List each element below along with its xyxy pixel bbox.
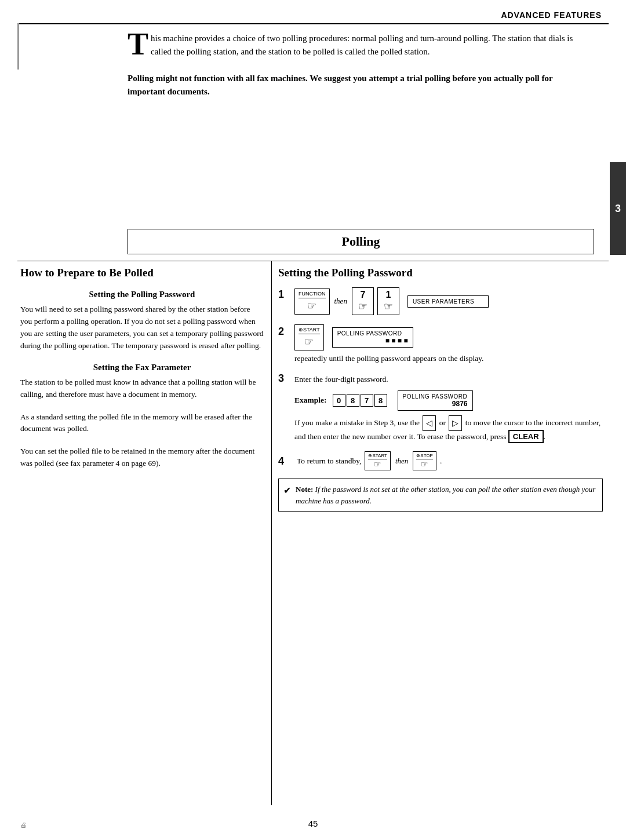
- display-user-params: USER PARAMETERS: [407, 295, 489, 308]
- note-text: Note: If the password is not set at the …: [296, 484, 598, 506]
- vertical-divider: [271, 261, 272, 805]
- step-4-num: 4: [278, 455, 291, 468]
- left-column: How to Prepare to Be Polled Setting the …: [20, 266, 264, 805]
- right-arrow-button[interactable]: ▷: [449, 415, 462, 432]
- key-1-finger: ☞: [384, 300, 393, 313]
- step-3-num: 3: [278, 372, 291, 385]
- display-polling-password-2: POLLING PASSWORD 9876: [398, 390, 473, 411]
- clear-button[interactable]: CLEAR: [508, 430, 544, 443]
- intro-text: T his machine provides a choice of two p…: [128, 32, 591, 59]
- right-heading: Setting the Polling Password: [278, 266, 603, 279]
- correction-text1: If you make a mistake in Step 3, use the: [294, 418, 420, 426]
- side-tab-number: 3: [615, 203, 621, 215]
- right-column: Setting the Polling Password 1 FUNCTION …: [278, 266, 603, 805]
- page-container: ADVANCED FEATURES 3 T his machine provid…: [0, 0, 626, 840]
- key-7-button[interactable]: 7 ☞: [352, 287, 374, 315]
- function-button-label: FUNCTION: [299, 291, 326, 298]
- display-polling-dots: ■ ■ ■ ■: [337, 337, 408, 345]
- note-body: If the password is not set at the other …: [296, 485, 595, 505]
- step-1-buttons: FUNCTION ☞ then 7 ☞ 1 ☞ USER PARAMETERS: [294, 287, 603, 315]
- step-2-row: 2 ⊕START ☞ POLLING PASSWORD ■ ■ ■ ■ repe…: [278, 324, 603, 364]
- start-button-step4-finger: ☞: [374, 459, 381, 469]
- display-polling-password: POLLING PASSWORD ■ ■ ■ ■: [332, 327, 413, 348]
- page-number: 45: [308, 819, 318, 828]
- step-4-row: 4 To return to standby, ⊕START ☞ then ⊗S…: [278, 451, 603, 470]
- page-header: ADVANCED FEATURES: [501, 10, 602, 20]
- correction-or: or: [439, 418, 446, 426]
- step-1-content: FUNCTION ☞ then 7 ☞ 1 ☞ USER PARAMETERS: [294, 287, 603, 317]
- deco-icon: 🖨: [20, 821, 27, 828]
- start-button-step2[interactable]: ⊕START ☞: [294, 324, 324, 350]
- step4-then: then: [395, 456, 408, 466]
- polling-banner: Polling: [128, 229, 594, 254]
- correction-period: .: [544, 432, 545, 441]
- intro-text-body: his machine provides a choice of two pol…: [151, 34, 573, 56]
- key-7-finger: ☞: [358, 300, 367, 313]
- side-tab: 3: [610, 162, 626, 255]
- step-3-row: 3 Enter the four-digit password. Example…: [278, 371, 603, 443]
- left-decoration: [17, 23, 19, 70]
- key-1-label: 1: [385, 290, 391, 300]
- digit-boxes: 0 8 7 8: [333, 394, 387, 407]
- step-2-num: 2: [278, 326, 291, 338]
- start-button-step4[interactable]: ⊕START ☞: [365, 451, 390, 470]
- digit-0: 0: [333, 394, 345, 407]
- example-row: Example: 0 8 7 8 POLLING PASSWORD 9876: [294, 390, 603, 411]
- stop-button-step4[interactable]: ⊗STOP ☞: [413, 451, 436, 470]
- step-2-content: ⊕START ☞ POLLING PASSWORD ■ ■ ■ ■ repeat…: [294, 324, 603, 364]
- note-checkmark: ✔: [283, 484, 291, 498]
- big-letter-T: T: [128, 28, 148, 60]
- note-bold-label: Note:: [296, 485, 313, 494]
- step-1-num: 1: [278, 288, 291, 301]
- intro-section: T his machine provides a choice of two p…: [128, 32, 591, 98]
- sub1-text: You will need to set a polling password …: [20, 304, 264, 352]
- step-3-correction-text: If you make a mistake in Step 3, use the…: [294, 415, 603, 444]
- banner-text: Polling: [341, 234, 380, 249]
- left-heading: How to Prepare to Be Polled: [20, 266, 264, 279]
- digit-7: 7: [361, 394, 373, 407]
- step-2-buttons: ⊕START ☞ POLLING PASSWORD ■ ■ ■ ■: [294, 324, 603, 350]
- digit-8: 8: [347, 394, 359, 407]
- start-button-step4-label: ⊕START: [368, 453, 387, 459]
- function-button-finger: ☞: [307, 300, 316, 312]
- top-border-line: [17, 23, 609, 24]
- step-2-text: repeatedly until the polling password ap…: [294, 353, 603, 364]
- sub1-title: Setting the Polling Password: [20, 290, 264, 300]
- note-box: ✔ Note: If the password is not set at th…: [278, 479, 603, 512]
- step-3-content: Enter the four-digit password. Example: …: [294, 371, 603, 443]
- start-button-step2-finger: ☞: [304, 335, 314, 348]
- display-polling-password-2-value: 9876: [403, 400, 468, 408]
- step-1-row: 1 FUNCTION ☞ then 7 ☞ 1 ☞: [278, 287, 603, 317]
- display-user-params-title: USER PARAMETERS: [413, 298, 483, 305]
- key-1-button[interactable]: 1 ☞: [377, 287, 399, 315]
- display-polling-password-2-title: POLLING PASSWORD: [403, 393, 468, 400]
- start-button-step2-label: ⊕START: [299, 327, 320, 334]
- left-arrow-button[interactable]: ◁: [423, 415, 436, 432]
- digit-8b: 8: [374, 394, 387, 407]
- bottom-left-decoration: 🖨: [20, 821, 27, 828]
- step4-period: .: [440, 456, 442, 466]
- sub2-title: Setting the Fax Parameter: [20, 363, 264, 372]
- example-label: Example:: [294, 396, 327, 405]
- intro-note: Polling might not function with all fax …: [128, 72, 591, 99]
- step-3-text: Enter the four-digit password.: [294, 374, 603, 385]
- sub2-text3: You can set the polled file to be retain…: [20, 445, 264, 470]
- header-title: ADVANCED FEATURES: [501, 10, 602, 20]
- display-polling-password-title: POLLING PASSWORD: [337, 330, 408, 337]
- stop-button-step4-finger: ☞: [421, 459, 428, 469]
- key-7-label: 7: [360, 290, 365, 300]
- step-4-text-before: To return to standby,: [297, 456, 361, 466]
- horizontal-divider: [17, 261, 609, 261]
- step1-then: then: [334, 297, 347, 306]
- stop-button-step4-label: ⊗STOP: [416, 453, 433, 459]
- sub2-text2: As a standard setting the polled file in…: [20, 411, 264, 436]
- sub2-text1: The station to be polled must know in ad…: [20, 377, 264, 401]
- function-button[interactable]: FUNCTION ☞: [294, 288, 330, 315]
